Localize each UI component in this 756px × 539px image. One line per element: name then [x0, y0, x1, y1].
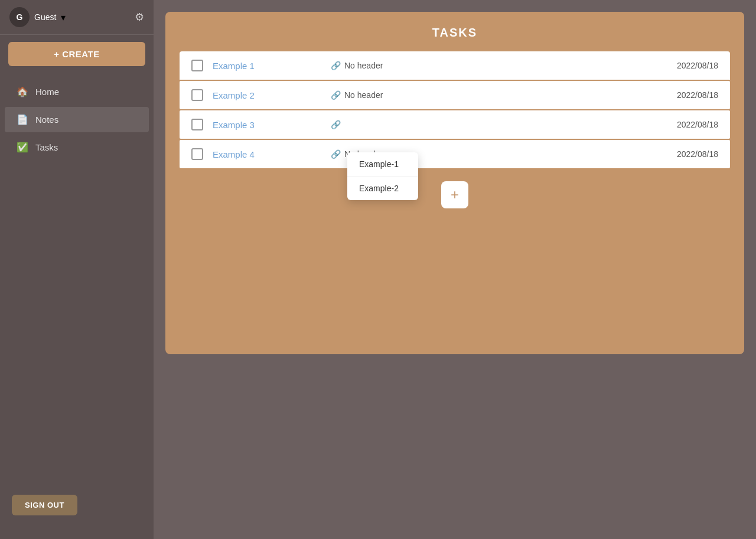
task-date: 2022/08/18 — [677, 90, 718, 100]
add-task-area: + — [180, 181, 730, 208]
tasks-title: TASKS — [180, 26, 730, 40]
sidebar-item-label: Home — [35, 87, 59, 97]
home-icon: 🏠 — [17, 86, 28, 97]
task-header-label: No header — [344, 90, 383, 100]
task-header-label: No header — [344, 61, 383, 70]
link-icon: 🔗 — [331, 90, 341, 100]
task-name[interactable]: Example 2 — [213, 90, 331, 100]
task-checkbox-1[interactable] — [191, 60, 203, 71]
link-icon: 🔗 — [331, 120, 341, 129]
task-header: 🔗 No header — [331, 90, 677, 100]
dropdown-item-example2[interactable]: Example-2 — [347, 177, 418, 200]
task-header: 🔗 No header — [331, 61, 677, 70]
sign-out-button[interactable]: SIGN OUT — [12, 495, 77, 515]
task-header: 🔗 — [331, 120, 677, 129]
task-date: 2022/08/18 — [677, 149, 718, 159]
tasks-icon: ✅ — [17, 142, 28, 153]
chevron-down-icon: ▾ — [61, 12, 66, 23]
task-name[interactable]: Example 4 — [213, 149, 331, 159]
dropdown-item-example1[interactable]: Example-1 — [347, 152, 418, 177]
table-row: Example 3 🔗 2022/08/18 — [180, 110, 730, 139]
add-task-button[interactable]: + — [441, 181, 468, 208]
sidebar-item-label: Notes — [35, 115, 58, 125]
tasks-panel: TASKS Example 1 🔗 No header 2022/08/18 E… — [165, 12, 744, 354]
link-icon: 🔗 — [331, 149, 341, 159]
table-row: Example 4 🔗 No header 2022/08/18 — [180, 140, 730, 168]
notes-icon: 📄 — [17, 114, 28, 125]
main-content: TASKS Example 1 🔗 No header 2022/08/18 E… — [154, 0, 756, 539]
table-row: Example 2 🔗 No header 2022/08/18 — [180, 81, 730, 109]
create-button[interactable]: + CREATE — [8, 42, 145, 66]
task-date: 2022/08/18 — [677, 61, 718, 70]
task-name[interactable]: Example 1 — [213, 61, 331, 71]
sidebar-item-home[interactable]: 🏠 Home — [5, 79, 149, 104]
sidebar: G Guest ▾ ⚙ + CREATE 🏠 Home 📄 Notes ✅ Ta… — [0, 0, 154, 539]
link-icon: 🔗 — [331, 61, 341, 70]
sidebar-header: G Guest ▾ ⚙ — [0, 0, 154, 35]
sidebar-item-tasks[interactable]: ✅ Tasks — [5, 135, 149, 160]
user-info[interactable]: G Guest ▾ — [9, 7, 66, 27]
task-checkbox-3[interactable] — [191, 119, 203, 130]
task-name[interactable]: Example 3 — [213, 120, 331, 130]
nav-menu: 🏠 Home 📄 Notes ✅ Tasks — [0, 73, 154, 166]
user-name: Guest — [34, 12, 56, 22]
task-checkbox-2[interactable] — [191, 89, 203, 101]
task-list: Example 1 🔗 No header 2022/08/18 Example… — [180, 51, 730, 169]
avatar: G — [9, 7, 30, 27]
task-checkbox-4[interactable] — [191, 148, 203, 160]
sidebar-item-label: Tasks — [35, 142, 58, 152]
sidebar-item-notes[interactable]: 📄 Notes — [5, 107, 149, 132]
table-row: Example 1 🔗 No header 2022/08/18 — [180, 51, 730, 80]
gear-icon[interactable]: ⚙ — [135, 11, 144, 24]
task-date: 2022/08/18 — [677, 120, 718, 129]
dropdown-menu: Example-1 Example-2 — [347, 152, 418, 200]
